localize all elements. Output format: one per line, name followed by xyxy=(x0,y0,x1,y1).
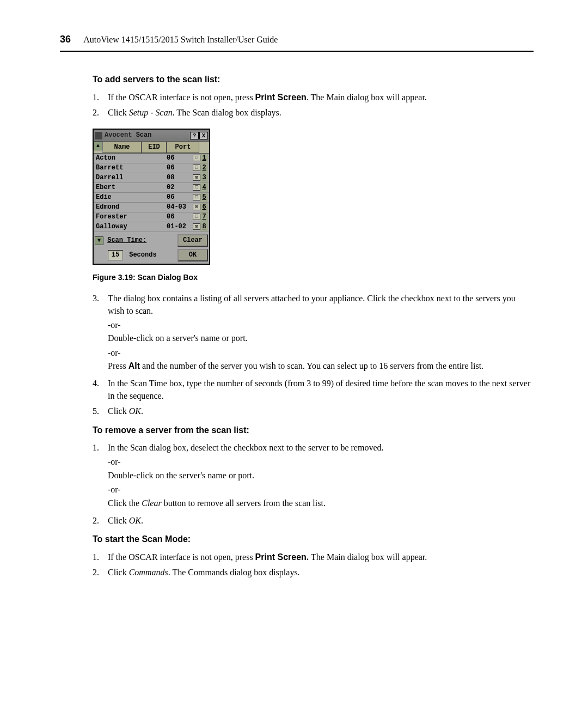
list-number: 2. xyxy=(93,567,108,579)
help-button[interactable]: ? xyxy=(190,132,199,139)
table-row[interactable]: Barrett06□2 xyxy=(94,163,209,173)
table-row[interactable]: Forester06□7 xyxy=(94,212,209,222)
table-row[interactable]: Darrell08⊠3 xyxy=(94,173,209,183)
figure-caption: Figure 3.19: Scan Dialog Box xyxy=(93,272,534,283)
list-number: 4. xyxy=(93,378,108,402)
heading-add-servers: To add servers to the scan list: xyxy=(93,74,534,86)
row-index: 3 xyxy=(200,173,208,182)
server-name: Acton xyxy=(94,154,167,163)
step-text: If the OSCAR interface is not open, pres… xyxy=(108,92,534,104)
column-name-header[interactable]: Name xyxy=(102,142,142,153)
step-text: Click OK. xyxy=(108,515,534,527)
scan-checkbox[interactable]: □ xyxy=(193,155,200,161)
table-row[interactable]: Edmond04-03⊠6 xyxy=(94,203,209,212)
scan-checkbox[interactable]: □ xyxy=(193,184,200,191)
seconds-label: Seconds xyxy=(129,251,156,259)
row-index: 5 xyxy=(200,193,208,202)
server-port: 06 xyxy=(167,212,193,222)
step-text: In the Scan Time box, type the number of… xyxy=(108,378,534,402)
list-number: 3. xyxy=(93,293,108,374)
scan-checkbox[interactable]: ⊠ xyxy=(193,223,200,230)
server-port: 06 xyxy=(167,163,193,173)
dialog-title: Avocent Scan xyxy=(105,131,190,140)
server-name: Edie xyxy=(94,193,167,202)
list-number: 2. xyxy=(93,515,108,527)
page-header: 36 AutoView 1415/1515/2015 Switch Instal… xyxy=(60,33,534,52)
step-text: In the Scan dialog box, deselect the che… xyxy=(108,442,534,512)
close-button[interactable]: X xyxy=(199,132,208,139)
dialog-titlebar: Avocent Scan ? X xyxy=(94,130,209,142)
column-port-header[interactable]: Port xyxy=(167,142,199,153)
row-index: 7 xyxy=(200,212,208,222)
heading-remove-server: To remove a server from the scan list: xyxy=(93,424,534,436)
list-number: 2. xyxy=(93,107,108,119)
scan-checkbox[interactable]: ⊠ xyxy=(193,204,200,210)
server-name: Ebert xyxy=(94,183,167,192)
row-index: 8 xyxy=(200,222,208,232)
list-number: 1. xyxy=(93,442,108,512)
ok-button[interactable]: OK xyxy=(177,249,208,261)
scan-checkbox[interactable]: □ xyxy=(193,214,200,220)
server-port: 06 xyxy=(167,154,193,163)
table-row[interactable]: Acton06□1 xyxy=(94,154,209,163)
step-text: If the OSCAR interface is not open, pres… xyxy=(108,551,534,563)
scan-checkbox[interactable]: ⊠ xyxy=(193,174,200,181)
step-text: Click OK. xyxy=(108,405,534,417)
heading-start-scan: To start the Scan Mode: xyxy=(93,533,534,545)
server-name: Forester xyxy=(94,212,167,222)
step-text: Click Setup - Scan. The Scan dialog box … xyxy=(108,107,534,119)
dialog-logo-icon xyxy=(95,132,102,139)
list-number: 1. xyxy=(93,92,108,104)
scan-checkbox[interactable]: □ xyxy=(193,194,200,200)
row-index: 6 xyxy=(200,203,208,212)
doc-title: AutoView 1415/1515/2015 Switch Installer… xyxy=(83,35,278,44)
column-eid-header[interactable]: EID xyxy=(142,142,167,153)
server-port: 02 xyxy=(167,183,193,192)
table-row[interactable]: Galloway01-02⊠8 xyxy=(94,222,209,232)
table-row[interactable]: Edie06□5 xyxy=(94,193,209,203)
scan-time-label: Scan Time: xyxy=(107,236,146,244)
scroll-up-icon[interactable]: ▲ xyxy=(94,142,102,150)
server-name: Edmond xyxy=(94,203,167,212)
row-index: 2 xyxy=(200,163,208,173)
server-port: 04-03 xyxy=(167,203,193,212)
server-name: Galloway xyxy=(94,222,167,232)
list-number: 5. xyxy=(93,405,108,417)
step-text: The dialog box contains a listing of all… xyxy=(108,293,534,374)
page-number: 36 xyxy=(60,33,71,46)
server-port: 01-02 xyxy=(167,222,193,232)
scan-checkbox[interactable]: □ xyxy=(193,165,200,171)
table-row[interactable]: Ebert02□4 xyxy=(94,183,209,193)
row-index: 4 xyxy=(200,183,208,192)
server-port: 08 xyxy=(167,173,193,182)
server-name: Darrell xyxy=(94,173,167,182)
scroll-down-icon[interactable]: ▼ xyxy=(95,236,103,245)
scan-time-input[interactable]: 15 xyxy=(108,250,123,260)
list-number: 1. xyxy=(93,551,108,563)
server-port: 06 xyxy=(167,193,193,202)
scan-dialog: Avocent Scan ? X ▲ Name EID Port Acton06… xyxy=(93,129,210,264)
row-index: 1 xyxy=(200,154,208,163)
clear-button[interactable]: Clear xyxy=(177,234,208,247)
step-text: Click Commands. The Commands dialog box … xyxy=(108,567,534,579)
server-name: Barrett xyxy=(94,163,167,173)
